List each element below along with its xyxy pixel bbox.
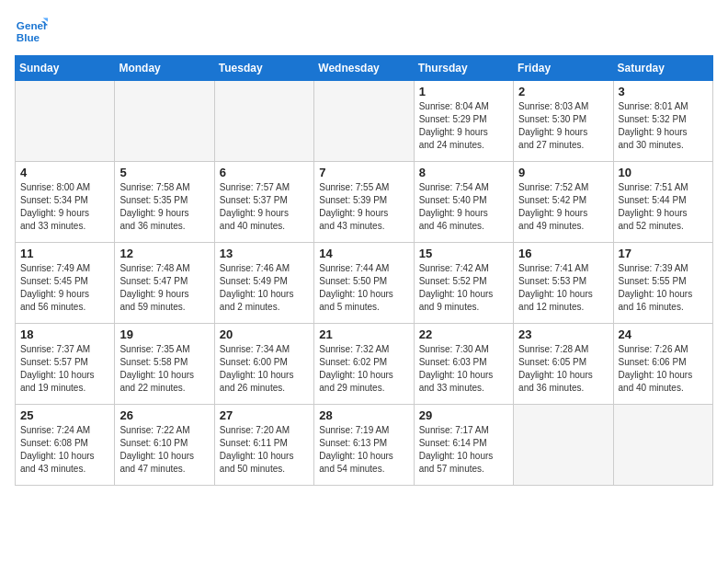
cell-info-line: Sunset: 6:06 PM xyxy=(619,356,708,369)
cell-info-line: Daylight: 10 hours xyxy=(20,369,109,382)
cell-info-line: and 36 minutes. xyxy=(119,220,209,233)
cell-info-line: Sunset: 5:52 PM xyxy=(419,275,508,288)
cell-info-line: Sunset: 5:35 PM xyxy=(119,194,209,207)
day-number: 9 xyxy=(518,166,608,179)
cell-info-line: and 5 minutes. xyxy=(319,301,408,314)
day-number: 2 xyxy=(518,85,608,98)
calendar-cell: 20Sunrise: 7:34 AMSunset: 6:00 PMDayligh… xyxy=(214,324,313,405)
day-number: 8 xyxy=(419,166,508,179)
cell-info-line: and 33 minutes. xyxy=(20,220,109,233)
calendar-week-row: 1Sunrise: 8:04 AMSunset: 5:29 PMDaylight… xyxy=(16,81,713,162)
day-number: 16 xyxy=(518,247,608,260)
cell-info-line: Sunset: 5:42 PM xyxy=(518,194,608,207)
calendar-cell: 3Sunrise: 8:01 AMSunset: 5:32 PMDaylight… xyxy=(613,81,712,162)
calendar-cell xyxy=(115,81,214,162)
day-number: 1 xyxy=(419,85,508,98)
day-number: 24 xyxy=(619,327,708,341)
cell-info-line: and 56 minutes. xyxy=(20,301,109,314)
cell-info-line: and 26 minutes. xyxy=(220,382,309,395)
cell-info-line: Sunrise: 7:41 AM xyxy=(518,262,608,275)
cell-info-line: Sunset: 6:00 PM xyxy=(220,356,309,369)
cell-info-line: Sunrise: 7:22 AM xyxy=(119,424,209,437)
cell-info-line: and 43 minutes. xyxy=(20,463,109,476)
day-number: 25 xyxy=(20,408,109,422)
cell-info-line: Sunrise: 7:42 AM xyxy=(419,262,508,275)
cell-info-line: Sunset: 5:34 PM xyxy=(20,194,109,207)
svg-text:General: General xyxy=(17,19,48,31)
cell-info-line: Daylight: 10 hours xyxy=(419,288,508,301)
calendar-table: SundayMondayTuesdayWednesdayThursdayFrid… xyxy=(15,55,713,486)
cell-info-line: Sunset: 5:29 PM xyxy=(419,113,508,126)
cell-info-line: and 52 minutes. xyxy=(619,220,708,233)
cell-info-line: Sunset: 6:05 PM xyxy=(518,356,608,369)
cell-info-line: Daylight: 10 hours xyxy=(119,450,209,463)
cell-info-line: Daylight: 10 hours xyxy=(319,288,408,301)
day-number: 4 xyxy=(20,166,109,179)
calendar-body: 1Sunrise: 8:04 AMSunset: 5:29 PMDaylight… xyxy=(16,81,713,486)
cell-info-line: Sunset: 5:55 PM xyxy=(619,275,708,288)
cell-info-line: Daylight: 10 hours xyxy=(220,369,309,382)
calendar-week-row: 25Sunrise: 7:24 AMSunset: 6:08 PMDayligh… xyxy=(16,405,713,486)
calendar-cell: 21Sunrise: 7:32 AMSunset: 6:02 PMDayligh… xyxy=(314,324,414,405)
cell-info-line: and 43 minutes. xyxy=(319,220,408,233)
calendar-cell: 19Sunrise: 7:35 AMSunset: 5:58 PMDayligh… xyxy=(115,324,214,405)
day-number: 21 xyxy=(319,327,408,341)
cell-info-line: Sunset: 5:50 PM xyxy=(319,275,408,288)
calendar-cell xyxy=(514,405,613,486)
cell-info-line: Daylight: 10 hours xyxy=(220,450,309,463)
cell-info-line: Sunset: 6:08 PM xyxy=(20,437,109,450)
logo: General Blue xyxy=(15,15,48,48)
cell-info-line: Sunrise: 7:57 AM xyxy=(220,181,309,194)
cell-info-line: Daylight: 10 hours xyxy=(619,369,708,382)
calendar-cell: 23Sunrise: 7:28 AMSunset: 6:05 PMDayligh… xyxy=(514,324,613,405)
cell-info-line: Sunset: 5:57 PM xyxy=(20,356,109,369)
cell-info-line: and 30 minutes. xyxy=(619,139,708,152)
cell-info-line: Sunset: 5:30 PM xyxy=(518,113,608,126)
cell-info-line: Sunrise: 7:52 AM xyxy=(518,181,608,194)
day-number: 12 xyxy=(119,247,209,260)
day-number: 5 xyxy=(119,166,209,179)
calendar-cell: 18Sunrise: 7:37 AMSunset: 5:57 PMDayligh… xyxy=(16,324,115,405)
day-number: 11 xyxy=(20,247,109,260)
cell-info-line: Sunrise: 8:01 AM xyxy=(619,100,708,113)
calendar-cell: 26Sunrise: 7:22 AMSunset: 6:10 PMDayligh… xyxy=(115,405,214,486)
calendar-cell: 16Sunrise: 7:41 AMSunset: 5:53 PMDayligh… xyxy=(514,243,613,324)
cell-info-line: Daylight: 9 hours xyxy=(419,207,508,220)
logo-icon: General Blue xyxy=(15,15,48,48)
cell-info-line: and 40 minutes. xyxy=(220,220,309,233)
day-number: 13 xyxy=(220,247,309,260)
day-number: 14 xyxy=(319,247,408,260)
cell-info-line: and 16 minutes. xyxy=(619,301,708,314)
cell-info-line: Sunrise: 7:49 AM xyxy=(20,262,109,275)
cell-info-line: Daylight: 10 hours xyxy=(20,450,109,463)
cell-info-line: Sunrise: 7:28 AM xyxy=(518,343,608,356)
cell-info-line: Sunrise: 7:54 AM xyxy=(419,181,508,194)
cell-info-line: Sunrise: 7:34 AM xyxy=(220,343,309,356)
day-number: 26 xyxy=(119,408,209,422)
cell-info-line: Daylight: 9 hours xyxy=(119,207,209,220)
cell-info-line: Daylight: 10 hours xyxy=(319,450,408,463)
day-number: 23 xyxy=(518,327,608,341)
day-number: 22 xyxy=(419,327,508,341)
cell-info-line: Daylight: 10 hours xyxy=(419,369,508,382)
day-number: 15 xyxy=(419,247,508,260)
cell-info-line: Sunset: 5:47 PM xyxy=(119,275,209,288)
cell-info-line: Sunset: 6:13 PM xyxy=(319,437,408,450)
cell-info-line: Sunrise: 7:46 AM xyxy=(220,262,309,275)
cell-info-line: Daylight: 10 hours xyxy=(419,450,508,463)
calendar-cell: 5Sunrise: 7:58 AMSunset: 5:35 PMDaylight… xyxy=(115,162,214,243)
weekday-header-cell: Saturday xyxy=(613,56,712,81)
cell-info-line: Sunrise: 7:30 AM xyxy=(419,343,508,356)
cell-info-line: and 27 minutes. xyxy=(518,139,608,152)
cell-info-line: Daylight: 10 hours xyxy=(619,288,708,301)
cell-info-line: Sunrise: 7:26 AM xyxy=(619,343,708,356)
calendar-cell: 15Sunrise: 7:42 AMSunset: 5:52 PMDayligh… xyxy=(414,243,513,324)
weekday-header-cell: Thursday xyxy=(414,56,513,81)
cell-info-line: and 12 minutes. xyxy=(518,301,608,314)
cell-info-line: Daylight: 9 hours xyxy=(518,126,608,139)
day-number: 28 xyxy=(319,408,408,422)
page-header: General Blue xyxy=(15,15,713,48)
cell-info-line: Sunrise: 7:39 AM xyxy=(619,262,708,275)
cell-info-line: and 36 minutes. xyxy=(518,382,608,395)
cell-info-line: and 2 minutes. xyxy=(220,301,309,314)
